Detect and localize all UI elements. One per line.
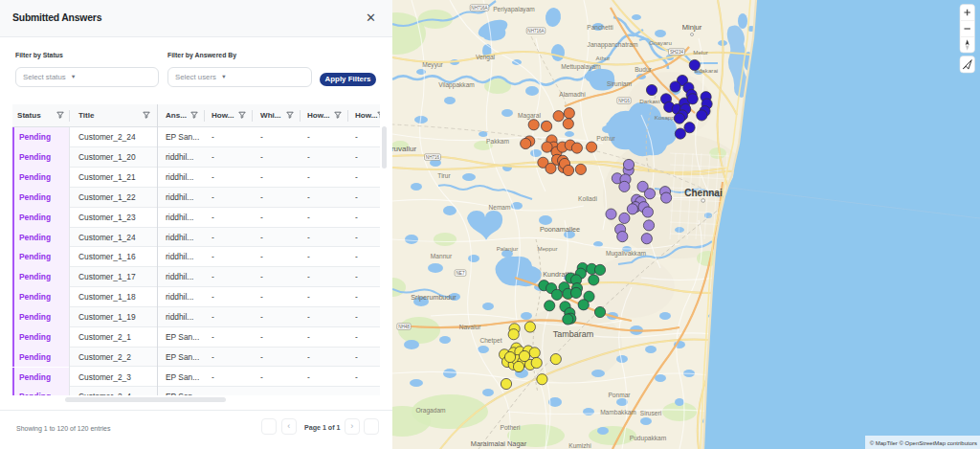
svg-text:Athur: Athur <box>596 55 611 61</box>
svg-text:Chennai: Chennai <box>684 188 723 198</box>
svg-text:Periyapalayam: Periyapalayam <box>493 6 535 13</box>
svg-text:Janappanchatram: Janappanchatram <box>588 41 638 49</box>
svg-text:Mambakkam: Mambakkam <box>600 409 636 415</box>
svg-text:Pakkam: Pakkam <box>486 138 509 145</box>
svg-text:Vengal: Vengal <box>476 54 496 61</box>
svg-text:Meyyur: Meyyur <box>422 61 443 69</box>
svg-text:Chetpet: Chetpet <box>479 337 501 345</box>
svg-text:Palanjur: Palanjur <box>497 245 519 252</box>
svg-text:Gnayaru: Gnayaru <box>649 39 672 46</box>
svg-text:NH48: NH48 <box>398 325 410 329</box>
svg-text:Ponmar: Ponmar <box>608 392 631 398</box>
svg-text:Meppur: Meppur <box>538 245 558 252</box>
svg-text:ruvallur: ruvallur <box>392 145 416 153</box>
svg-text:Sriperumbudur: Sriperumbudur <box>411 293 457 302</box>
svg-text:Maraimalai Nagar: Maraimalai Nagar <box>471 439 527 448</box>
svg-text:Magaral: Magaral <box>518 112 541 120</box>
svg-text:Vilappakkam: Vilappakkam <box>438 81 475 89</box>
svg-text:NH716A: NH716A <box>471 6 488 11</box>
svg-text:Oragadam: Oragadam <box>415 407 446 415</box>
svg-text:Budur: Budur <box>635 66 652 73</box>
svg-text:Tirur: Tirur <box>437 172 451 179</box>
svg-text:Navalur: Navalur <box>459 324 482 330</box>
svg-text:Pudupakkam: Pudupakkam <box>630 435 667 442</box>
svg-text:Nemam: Nemam <box>488 204 511 211</box>
svg-text:Mannur: Mannur <box>431 253 453 259</box>
svg-text:Potheri: Potheri <box>501 424 521 431</box>
svg-text:NH16: NH16 <box>618 99 630 103</box>
svg-text:Pothur: Pothur <box>596 135 615 142</box>
svg-text:Mettupalayam: Mettupalayam <box>561 63 601 71</box>
svg-text:Melur: Melur <box>693 49 707 56</box>
svg-text:Poonamallee: Poonamallee <box>540 225 580 234</box>
svg-text:NH716A: NH716A <box>527 29 545 34</box>
svg-text:Panchetti: Panchetti <box>587 24 613 31</box>
svg-text:Siruseri: Siruseri <box>640 410 662 416</box>
svg-text:© MapTiler © OpenStreetMap con: © MapTiler © OpenStreetMap contributors <box>870 440 977 446</box>
svg-text:Minjur: Minjur <box>682 23 702 32</box>
svg-text:Darkast: Darkast <box>639 98 660 104</box>
svg-text:Tambaram: Tambaram <box>553 329 594 339</box>
svg-text:Siruniam: Siruniam <box>607 80 633 87</box>
svg-text:SH234: SH234 <box>670 50 683 55</box>
svg-text:Kolladi: Kolladi <box>578 195 597 202</box>
svg-text:NH716: NH716 <box>426 155 440 160</box>
svg-text:Kumizhi: Kumizhi <box>568 442 591 449</box>
svg-text:Alamadhi: Alamadhi <box>559 91 586 98</box>
svg-text:Mugalivakkam: Mugalivakkam <box>606 250 647 258</box>
svg-text:NE7: NE7 <box>457 271 465 276</box>
